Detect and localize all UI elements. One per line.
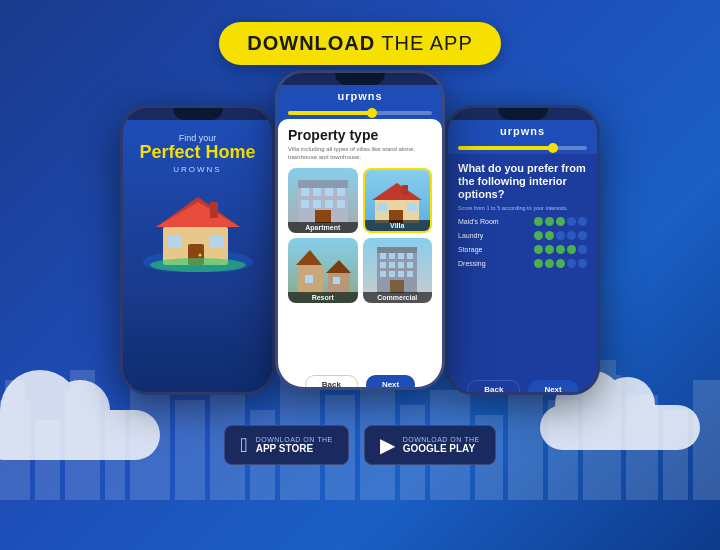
appstore-bottom-text: APP STORE xyxy=(256,443,333,454)
right-header: urpwns xyxy=(448,120,597,142)
center-body: Property type Villa including all types … xyxy=(278,119,442,370)
dot-2 xyxy=(545,245,554,254)
svg-rect-74 xyxy=(389,271,395,277)
dot-1 xyxy=(534,231,543,240)
svg-rect-65 xyxy=(380,253,386,259)
brand-text-left: UROWNS xyxy=(173,165,221,174)
storage-dots[interactable] xyxy=(534,245,587,254)
perfect-home-text: Perfect Home xyxy=(139,143,255,163)
svg-rect-46 xyxy=(301,200,309,208)
svg-rect-42 xyxy=(301,188,309,196)
dot-4 xyxy=(567,231,576,240)
svg-rect-73 xyxy=(380,271,386,277)
apartment-label: Apartment xyxy=(288,222,358,233)
download-badge[interactable]: DOWNLOAD THE APP xyxy=(219,22,500,65)
center-next-button[interactable]: Next xyxy=(366,375,415,390)
dot-5 xyxy=(578,217,587,226)
interior-item-laundry: Laundry xyxy=(458,231,587,240)
property-card-commercial[interactable]: Commercial xyxy=(363,238,433,303)
phone-left-notch xyxy=(173,108,223,120)
phone-right: urpwns What do you prefer from the follo… xyxy=(445,105,600,395)
interior-item-storage: Storage xyxy=(458,245,587,254)
laundry-dots[interactable] xyxy=(534,231,587,240)
interior-item-dressing: Dressing xyxy=(458,259,587,268)
right-progress-fill xyxy=(458,146,555,150)
svg-rect-38 xyxy=(210,202,218,218)
dot-4 xyxy=(567,259,576,268)
dot-1 xyxy=(534,259,543,268)
svg-marker-52 xyxy=(372,183,422,200)
right-body: What do you prefer from the following in… xyxy=(448,154,597,375)
dot-3 xyxy=(556,245,565,254)
villa-label: Villa xyxy=(365,220,431,231)
right-nav: Back Next xyxy=(448,375,597,395)
right-logo: urpwns xyxy=(500,125,545,137)
svg-rect-69 xyxy=(380,262,386,268)
dot-2 xyxy=(545,259,554,268)
dot-3 xyxy=(556,231,565,240)
store-buttons-container:  DOWNLOAD ON THE APP STORE ▶ DOWNLOAD O… xyxy=(224,425,495,465)
phone-left: Find your Perfect Home UROWNS xyxy=(120,105,275,395)
center-back-button[interactable]: Back xyxy=(305,375,358,390)
right-back-button[interactable]: Back xyxy=(467,380,520,395)
dot-5 xyxy=(578,245,587,254)
dressing-dots[interactable] xyxy=(534,259,587,268)
download-bold-text: DOWNLOAD xyxy=(247,32,375,55)
appstore-button[interactable]:  DOWNLOAD ON THE APP STORE xyxy=(224,425,348,465)
property-card-resort[interactable]: Resort xyxy=(288,238,358,303)
svg-rect-72 xyxy=(407,262,413,268)
svg-marker-60 xyxy=(326,260,351,273)
right-next-button[interactable]: Next xyxy=(528,380,577,395)
dot-3 xyxy=(556,217,565,226)
dot-2 xyxy=(545,217,554,226)
appstore-text: DOWNLOAD ON THE APP STORE xyxy=(256,436,333,454)
svg-rect-44 xyxy=(325,188,333,196)
svg-rect-8 xyxy=(175,400,205,500)
phone-center-content: urpwns Property type Villa including all… xyxy=(278,85,442,390)
googleplay-button[interactable]: ▶ DOWNLOAD ON THE GOOGLE PLAY xyxy=(364,425,496,465)
commercial-label: Commercial xyxy=(363,292,433,303)
center-nav: Back Next xyxy=(278,370,442,390)
dot-2 xyxy=(545,231,554,240)
cloud-left xyxy=(0,410,160,460)
resort-label: Resort xyxy=(288,292,358,303)
download-light-text: THE APP xyxy=(381,32,472,55)
svg-rect-62 xyxy=(333,277,340,284)
apple-icon:  xyxy=(240,434,247,457)
svg-rect-47 xyxy=(313,200,321,208)
center-header: urpwns xyxy=(278,85,442,107)
svg-rect-45 xyxy=(337,188,345,196)
svg-rect-41 xyxy=(298,180,348,188)
maids-room-dots[interactable] xyxy=(534,217,587,226)
dot-3 xyxy=(556,259,565,268)
googleplay-bottom-text: GOOGLE PLAY xyxy=(403,443,480,454)
phone-center-notch xyxy=(335,73,385,85)
laundry-label: Laundry xyxy=(458,232,513,239)
svg-rect-55 xyxy=(407,203,417,211)
svg-rect-70 xyxy=(389,262,395,268)
dot-5 xyxy=(578,259,587,268)
phone-right-notch xyxy=(498,108,548,120)
svg-point-39 xyxy=(150,258,246,272)
property-type-desc: Villa including all types of villas like… xyxy=(288,146,432,162)
property-card-villa[interactable]: Villa xyxy=(363,168,433,233)
dot-4 xyxy=(567,217,576,226)
property-type-title: Property type xyxy=(288,127,432,143)
svg-rect-75 xyxy=(398,271,404,277)
appstore-top-text: DOWNLOAD ON THE xyxy=(256,436,333,443)
property-card-apartment[interactable]: Apartment xyxy=(288,168,358,233)
svg-rect-61 xyxy=(305,275,313,283)
svg-marker-58 xyxy=(296,250,322,265)
googleplay-top-text: DOWNLOAD ON THE xyxy=(403,436,480,443)
interior-item-maids: Maid's Room xyxy=(458,217,587,226)
center-logo: urpwns xyxy=(337,90,382,102)
storage-label: Storage xyxy=(458,246,513,253)
svg-point-31 xyxy=(198,253,201,256)
svg-rect-71 xyxy=(398,262,404,268)
dressing-label: Dressing xyxy=(458,260,513,267)
phone-right-content: urpwns What do you prefer from the follo… xyxy=(448,120,597,395)
progress-fill xyxy=(288,111,374,115)
googleplay-text: DOWNLOAD ON THE GOOGLE PLAY xyxy=(403,436,480,454)
svg-rect-66 xyxy=(389,253,395,259)
svg-rect-56 xyxy=(402,185,408,195)
